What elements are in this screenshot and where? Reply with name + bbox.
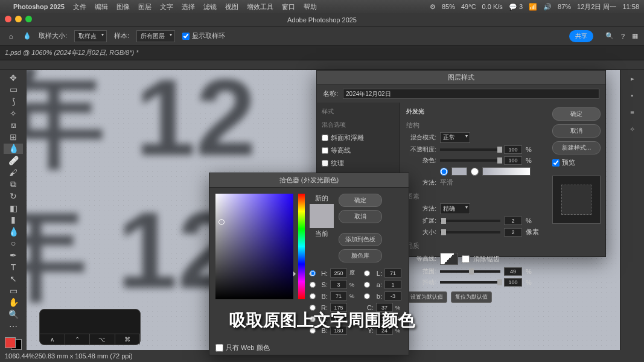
path-tool[interactable]: ↖ — [4, 273, 23, 284]
eraser-tool[interactable]: ◧ — [4, 203, 23, 214]
brush-tool[interactable]: 🖌 — [4, 167, 23, 178]
range-input[interactable] — [504, 267, 522, 276]
menu-help[interactable]: 帮助 — [304, 2, 317, 11]
range-slider[interactable] — [440, 270, 500, 273]
make-default-button[interactable]: 设置为默认值 — [406, 291, 447, 303]
shape-tool[interactable]: ▭ — [4, 285, 23, 296]
opacity-slider[interactable] — [440, 148, 500, 151]
hue-indicator[interactable] — [296, 269, 309, 274]
heal-tool[interactable]: 🩹 — [4, 155, 23, 166]
vol-icon[interactable]: 🔊 — [543, 3, 552, 11]
lab-b-radio[interactable] — [364, 293, 370, 299]
ruler-horizontal[interactable] — [0, 60, 644, 70]
menu-filter[interactable]: 滤镜 — [203, 2, 217, 11]
minimize-icon[interactable] — [15, 16, 22, 22]
menu-window[interactable]: 窗口 — [282, 2, 295, 11]
panel-icon-1[interactable]: ▸ — [620, 70, 644, 87]
picker-ok-button[interactable]: 确定 — [339, 194, 382, 207]
color-libs-button[interactable]: 颜色库 — [339, 249, 382, 262]
picker-title[interactable]: 拾色器 (外发光颜色) — [209, 173, 409, 188]
hand-tool[interactable]: ✋ — [4, 297, 23, 308]
web-only-checkbox[interactable] — [215, 344, 223, 352]
layer-name-input[interactable] — [343, 89, 599, 99]
panel-icon-4[interactable]: ✧ — [620, 121, 644, 138]
spread-slider[interactable] — [440, 220, 500, 222]
glow-color-swatch[interactable] — [451, 167, 467, 176]
share-button[interactable]: 共享 — [569, 30, 593, 42]
tb-2[interactable]: ⌃ — [65, 334, 91, 345]
tb-4[interactable]: ⌘ — [115, 334, 141, 345]
color-swatches[interactable] — [5, 337, 22, 350]
crop-tool[interactable]: ⟏ — [4, 119, 23, 130]
reset-default-button[interactable]: 复位为默认值 — [451, 291, 492, 303]
wifi-icon[interactable]: 📶 — [529, 3, 537, 11]
a-radio[interactable] — [364, 282, 370, 288]
s-input[interactable]: 3 — [330, 280, 347, 289]
fx-texture[interactable]: 纹理 — [317, 157, 400, 170]
picker-cancel-button[interactable]: 取消 — [339, 210, 382, 223]
app-name[interactable]: Photoshop 2025 — [13, 3, 65, 10]
dodge-tool[interactable]: ○ — [4, 238, 23, 249]
stamp-tool[interactable]: ⧉ — [4, 179, 23, 189]
technique-dropdown[interactable]: 精确 — [440, 203, 470, 214]
noise-input[interactable] — [504, 156, 522, 165]
s-radio[interactable] — [310, 282, 316, 288]
traffic-lights[interactable] — [5, 16, 32, 22]
color-preview[interactable] — [310, 204, 334, 228]
jitter-slider[interactable] — [440, 281, 500, 284]
history-brush-tool[interactable]: ↻ — [4, 191, 23, 202]
menu-layer[interactable]: 图层 — [138, 2, 151, 11]
add-swatch-button[interactable]: 添加到色板 — [339, 233, 382, 246]
eyedropper-tool[interactable]: 💧 — [4, 144, 23, 154]
l-input[interactable]: 71 — [384, 268, 401, 278]
cancel-button[interactable]: 取消 — [552, 124, 601, 138]
panel-icon-3[interactable]: ≡ — [620, 104, 644, 121]
search-icon[interactable]: 🔍 — [605, 32, 614, 40]
blur-tool[interactable]: 💧 — [4, 226, 23, 237]
fx-contour[interactable]: 等高线 — [317, 144, 400, 157]
home-icon[interactable]: ⌂ — [6, 31, 16, 41]
spread-input[interactable] — [504, 217, 522, 225]
tb-3[interactable]: ⌥ — [90, 334, 115, 345]
l-radio[interactable] — [364, 270, 370, 276]
menu-select[interactable]: 选择 — [182, 2, 195, 11]
antialias-checkbox[interactable] — [462, 255, 470, 263]
tb-1[interactable]: ∧ — [40, 334, 65, 345]
menu-edit[interactable]: 编辑 — [95, 2, 108, 11]
layer-style-title[interactable]: 图层样式 — [317, 71, 605, 85]
wand-tool[interactable]: ✧ — [4, 108, 23, 119]
glow-gradient-radio[interactable] — [471, 168, 479, 176]
workspace-icon[interactable]: ▦ — [632, 32, 638, 40]
opacity-input[interactable] — [504, 145, 522, 154]
menu-type[interactable]: 文字 — [160, 2, 173, 11]
b-radio[interactable] — [310, 293, 316, 299]
h-input[interactable]: 250 — [330, 268, 347, 278]
show-ring-checkbox[interactable]: 显示取样环 — [182, 31, 225, 40]
preview-checkbox[interactable]: 预览 — [552, 158, 601, 167]
b-input[interactable]: 71 — [330, 291, 347, 300]
hue-strip[interactable] — [298, 194, 305, 299]
menu-view[interactable]: 视图 — [225, 2, 238, 11]
close-icon[interactable] — [5, 16, 11, 22]
document-tab[interactable]: 1.psd @ 1060% (2024年12月02日, RGB/8*) * — [5, 48, 139, 57]
glow-color-radio[interactable] — [440, 168, 448, 176]
zoom-icon[interactable] — [25, 16, 32, 22]
sv-field[interactable] — [215, 194, 293, 299]
move-tool[interactable]: ✥ — [4, 72, 23, 83]
contour-picker[interactable] — [440, 253, 458, 265]
ok-button[interactable]: 确定 — [552, 107, 601, 121]
size-input[interactable] — [504, 228, 522, 237]
sv-indicator[interactable] — [218, 219, 225, 225]
jitter-input[interactable] — [504, 278, 522, 287]
glow-gradient[interactable] — [482, 167, 531, 176]
lab-b-input[interactable]: -3 — [384, 291, 401, 300]
eyedropper-icon[interactable]: 💧 — [23, 32, 31, 40]
menu-image[interactable]: 图像 — [116, 2, 130, 11]
size-slider[interactable] — [440, 231, 500, 233]
zoom-tool[interactable]: 🔍 — [4, 309, 23, 320]
marquee-tool[interactable]: ▭ — [4, 84, 23, 95]
cat-blend[interactable]: 混合选项 — [317, 118, 400, 132]
help-icon[interactable]: ? — [621, 33, 625, 40]
a-input[interactable]: 1 — [384, 280, 401, 289]
cat-styles[interactable]: 样式 — [317, 105, 400, 118]
